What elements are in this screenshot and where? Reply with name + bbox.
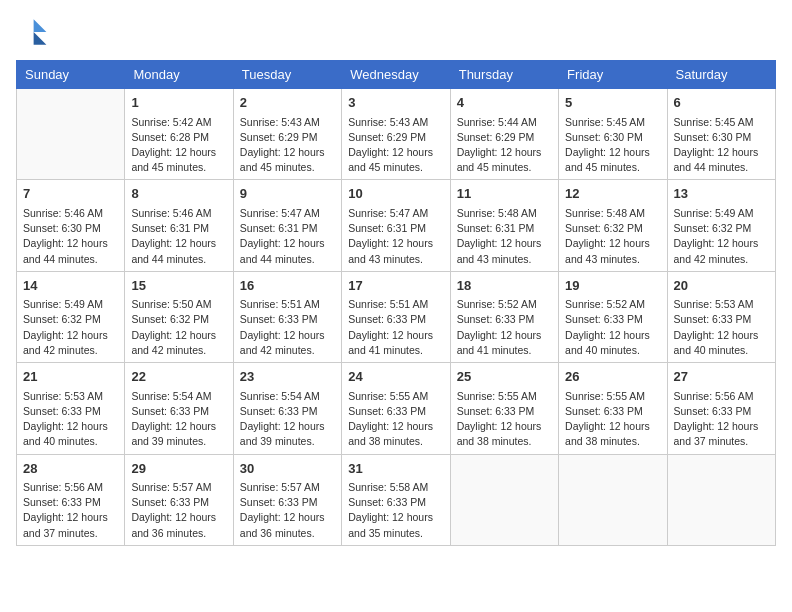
calendar-body: 1Sunrise: 5:42 AM Sunset: 6:28 PM Daylig… xyxy=(17,89,776,546)
day-number: 20 xyxy=(674,276,769,296)
weekday-header-saturday: Saturday xyxy=(667,61,775,89)
calendar-cell: 29Sunrise: 5:57 AM Sunset: 6:33 PM Dayli… xyxy=(125,454,233,545)
day-number: 31 xyxy=(348,459,443,479)
day-info: Sunrise: 5:52 AM Sunset: 6:33 PM Dayligh… xyxy=(565,297,660,358)
day-info: Sunrise: 5:57 AM Sunset: 6:33 PM Dayligh… xyxy=(131,480,226,541)
calendar-cell: 19Sunrise: 5:52 AM Sunset: 6:33 PM Dayli… xyxy=(559,271,667,362)
weekday-header-thursday: Thursday xyxy=(450,61,558,89)
weekday-header-tuesday: Tuesday xyxy=(233,61,341,89)
day-info: Sunrise: 5:47 AM Sunset: 6:31 PM Dayligh… xyxy=(240,206,335,267)
day-info: Sunrise: 5:46 AM Sunset: 6:31 PM Dayligh… xyxy=(131,206,226,267)
calendar-cell: 14Sunrise: 5:49 AM Sunset: 6:32 PM Dayli… xyxy=(17,271,125,362)
day-info: Sunrise: 5:55 AM Sunset: 6:33 PM Dayligh… xyxy=(348,389,443,450)
calendar-week-row: 21Sunrise: 5:53 AM Sunset: 6:33 PM Dayli… xyxy=(17,363,776,454)
calendar-cell: 22Sunrise: 5:54 AM Sunset: 6:33 PM Dayli… xyxy=(125,363,233,454)
svg-marker-1 xyxy=(34,32,47,45)
day-number: 16 xyxy=(240,276,335,296)
day-info: Sunrise: 5:54 AM Sunset: 6:33 PM Dayligh… xyxy=(240,389,335,450)
calendar-table: SundayMondayTuesdayWednesdayThursdayFrid… xyxy=(16,60,776,546)
day-info: Sunrise: 5:55 AM Sunset: 6:33 PM Dayligh… xyxy=(457,389,552,450)
day-info: Sunrise: 5:57 AM Sunset: 6:33 PM Dayligh… xyxy=(240,480,335,541)
day-number: 9 xyxy=(240,184,335,204)
calendar-cell xyxy=(450,454,558,545)
weekday-header-sunday: Sunday xyxy=(17,61,125,89)
calendar-cell: 12Sunrise: 5:48 AM Sunset: 6:32 PM Dayli… xyxy=(559,180,667,271)
day-info: Sunrise: 5:52 AM Sunset: 6:33 PM Dayligh… xyxy=(457,297,552,358)
day-info: Sunrise: 5:58 AM Sunset: 6:33 PM Dayligh… xyxy=(348,480,443,541)
calendar-cell: 31Sunrise: 5:58 AM Sunset: 6:33 PM Dayli… xyxy=(342,454,450,545)
day-number: 21 xyxy=(23,367,118,387)
calendar-cell: 1Sunrise: 5:42 AM Sunset: 6:28 PM Daylig… xyxy=(125,89,233,180)
day-number: 6 xyxy=(674,93,769,113)
calendar-cell: 15Sunrise: 5:50 AM Sunset: 6:32 PM Dayli… xyxy=(125,271,233,362)
calendar-week-row: 28Sunrise: 5:56 AM Sunset: 6:33 PM Dayli… xyxy=(17,454,776,545)
day-number: 18 xyxy=(457,276,552,296)
day-number: 7 xyxy=(23,184,118,204)
day-number: 12 xyxy=(565,184,660,204)
day-info: Sunrise: 5:54 AM Sunset: 6:33 PM Dayligh… xyxy=(131,389,226,450)
day-number: 17 xyxy=(348,276,443,296)
calendar-cell: 23Sunrise: 5:54 AM Sunset: 6:33 PM Dayli… xyxy=(233,363,341,454)
calendar-week-row: 1Sunrise: 5:42 AM Sunset: 6:28 PM Daylig… xyxy=(17,89,776,180)
day-info: Sunrise: 5:43 AM Sunset: 6:29 PM Dayligh… xyxy=(348,115,443,176)
day-info: Sunrise: 5:48 AM Sunset: 6:31 PM Dayligh… xyxy=(457,206,552,267)
day-number: 14 xyxy=(23,276,118,296)
calendar-cell xyxy=(667,454,775,545)
calendar-week-row: 14Sunrise: 5:49 AM Sunset: 6:32 PM Dayli… xyxy=(17,271,776,362)
day-number: 2 xyxy=(240,93,335,113)
weekday-header-monday: Monday xyxy=(125,61,233,89)
day-number: 26 xyxy=(565,367,660,387)
calendar-cell: 27Sunrise: 5:56 AM Sunset: 6:33 PM Dayli… xyxy=(667,363,775,454)
day-number: 8 xyxy=(131,184,226,204)
day-number: 25 xyxy=(457,367,552,387)
calendar-header: SundayMondayTuesdayWednesdayThursdayFrid… xyxy=(17,61,776,89)
day-number: 28 xyxy=(23,459,118,479)
day-info: Sunrise: 5:50 AM Sunset: 6:32 PM Dayligh… xyxy=(131,297,226,358)
calendar-cell: 16Sunrise: 5:51 AM Sunset: 6:33 PM Dayli… xyxy=(233,271,341,362)
calendar-cell: 25Sunrise: 5:55 AM Sunset: 6:33 PM Dayli… xyxy=(450,363,558,454)
day-info: Sunrise: 5:51 AM Sunset: 6:33 PM Dayligh… xyxy=(240,297,335,358)
calendar-cell: 11Sunrise: 5:48 AM Sunset: 6:31 PM Dayli… xyxy=(450,180,558,271)
day-number: 19 xyxy=(565,276,660,296)
calendar-cell: 17Sunrise: 5:51 AM Sunset: 6:33 PM Dayli… xyxy=(342,271,450,362)
calendar-cell: 4Sunrise: 5:44 AM Sunset: 6:29 PM Daylig… xyxy=(450,89,558,180)
day-info: Sunrise: 5:49 AM Sunset: 6:32 PM Dayligh… xyxy=(23,297,118,358)
calendar-cell: 2Sunrise: 5:43 AM Sunset: 6:29 PM Daylig… xyxy=(233,89,341,180)
day-number: 1 xyxy=(131,93,226,113)
calendar-cell: 13Sunrise: 5:49 AM Sunset: 6:32 PM Dayli… xyxy=(667,180,775,271)
calendar-cell xyxy=(559,454,667,545)
day-info: Sunrise: 5:53 AM Sunset: 6:33 PM Dayligh… xyxy=(674,297,769,358)
day-info: Sunrise: 5:46 AM Sunset: 6:30 PM Dayligh… xyxy=(23,206,118,267)
day-number: 23 xyxy=(240,367,335,387)
page-header xyxy=(16,16,776,48)
day-info: Sunrise: 5:51 AM Sunset: 6:33 PM Dayligh… xyxy=(348,297,443,358)
calendar-cell: 24Sunrise: 5:55 AM Sunset: 6:33 PM Dayli… xyxy=(342,363,450,454)
day-info: Sunrise: 5:53 AM Sunset: 6:33 PM Dayligh… xyxy=(23,389,118,450)
calendar-cell: 30Sunrise: 5:57 AM Sunset: 6:33 PM Dayli… xyxy=(233,454,341,545)
day-number: 30 xyxy=(240,459,335,479)
calendar-cell xyxy=(17,89,125,180)
calendar-cell: 7Sunrise: 5:46 AM Sunset: 6:30 PM Daylig… xyxy=(17,180,125,271)
day-info: Sunrise: 5:47 AM Sunset: 6:31 PM Dayligh… xyxy=(348,206,443,267)
calendar-cell: 26Sunrise: 5:55 AM Sunset: 6:33 PM Dayli… xyxy=(559,363,667,454)
weekday-header-friday: Friday xyxy=(559,61,667,89)
day-info: Sunrise: 5:43 AM Sunset: 6:29 PM Dayligh… xyxy=(240,115,335,176)
calendar-cell: 10Sunrise: 5:47 AM Sunset: 6:31 PM Dayli… xyxy=(342,180,450,271)
day-info: Sunrise: 5:49 AM Sunset: 6:32 PM Dayligh… xyxy=(674,206,769,267)
calendar-cell: 5Sunrise: 5:45 AM Sunset: 6:30 PM Daylig… xyxy=(559,89,667,180)
svg-marker-0 xyxy=(34,19,47,32)
day-info: Sunrise: 5:42 AM Sunset: 6:28 PM Dayligh… xyxy=(131,115,226,176)
weekday-header-row: SundayMondayTuesdayWednesdayThursdayFrid… xyxy=(17,61,776,89)
day-number: 13 xyxy=(674,184,769,204)
calendar-cell: 9Sunrise: 5:47 AM Sunset: 6:31 PM Daylig… xyxy=(233,180,341,271)
day-info: Sunrise: 5:48 AM Sunset: 6:32 PM Dayligh… xyxy=(565,206,660,267)
calendar-cell: 28Sunrise: 5:56 AM Sunset: 6:33 PM Dayli… xyxy=(17,454,125,545)
day-info: Sunrise: 5:56 AM Sunset: 6:33 PM Dayligh… xyxy=(23,480,118,541)
day-info: Sunrise: 5:45 AM Sunset: 6:30 PM Dayligh… xyxy=(674,115,769,176)
calendar-cell: 18Sunrise: 5:52 AM Sunset: 6:33 PM Dayli… xyxy=(450,271,558,362)
day-number: 3 xyxy=(348,93,443,113)
day-number: 11 xyxy=(457,184,552,204)
calendar-week-row: 7Sunrise: 5:46 AM Sunset: 6:30 PM Daylig… xyxy=(17,180,776,271)
day-number: 15 xyxy=(131,276,226,296)
day-info: Sunrise: 5:45 AM Sunset: 6:30 PM Dayligh… xyxy=(565,115,660,176)
